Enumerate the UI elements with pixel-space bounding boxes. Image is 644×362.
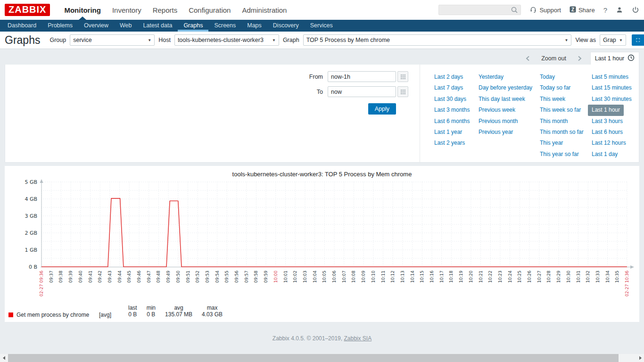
search-box xyxy=(438,5,521,15)
group-select-value: service xyxy=(73,37,145,43)
quick-range-last-7-days[interactable]: Last 7 days xyxy=(434,82,463,93)
page-title: Graphs xyxy=(5,34,40,47)
subnav-item-web[interactable]: Web xyxy=(114,20,137,32)
quick-range-last-3-hours[interactable]: Last 3 hours xyxy=(592,116,623,127)
to-label: To xyxy=(317,89,323,95)
search-input[interactable] xyxy=(438,5,521,15)
subnav-item-maps[interactable]: Maps xyxy=(241,20,267,32)
quick-range-this-month[interactable]: This month xyxy=(540,116,568,127)
from-calendar-button[interactable] xyxy=(397,71,408,82)
subnav-item-discovery[interactable]: Discovery xyxy=(267,20,305,32)
quick-range-last-12-hours[interactable]: Last 12 hours xyxy=(592,138,626,148)
from-input[interactable] xyxy=(328,71,396,82)
quick-range-previous-week[interactable]: Previous week xyxy=(479,105,515,115)
quick-range-this-year-so-far[interactable]: This year so far xyxy=(540,149,579,160)
subnav-item-services[interactable]: Services xyxy=(305,20,339,32)
svg-text:09:38: 09:38 xyxy=(58,271,63,283)
host-select[interactable]: tools-kubernetes-cluster-worker3 ▼ xyxy=(174,34,279,46)
scrollbar-thumb[interactable] xyxy=(8,354,619,362)
chart-area[interactable]: 0 B1 GB2 GB3 GB4 GB5 GB02-27 09:3609:370… xyxy=(5,179,639,304)
quick-range-last-2-days[interactable]: Last 2 days xyxy=(434,72,463,82)
svg-text:10:27: 10:27 xyxy=(537,271,542,283)
quick-range-last-5-minutes[interactable]: Last 5 minutes xyxy=(592,72,628,82)
search-icon[interactable] xyxy=(511,6,518,16)
legend-stat-last: last0 B xyxy=(124,304,142,318)
quick-range-last-3-months[interactable]: Last 3 months xyxy=(434,105,470,115)
quick-range-this-day-last-week[interactable]: This day last week xyxy=(479,94,525,105)
subnav-item-dashboard[interactable]: Dashboard xyxy=(2,20,42,32)
quick-range-last-6-months[interactable]: Last 6 months xyxy=(434,116,470,127)
quick-range-last-30-minutes[interactable]: Last 30 minutes xyxy=(592,94,632,105)
subnav-item-problems[interactable]: Problems xyxy=(42,20,78,32)
svg-text:09:57: 09:57 xyxy=(244,271,249,283)
svg-text:10:18: 10:18 xyxy=(449,271,454,283)
quick-range-this-year[interactable]: This year xyxy=(540,138,563,148)
time-back-chevron-icon[interactable] xyxy=(521,54,535,63)
svg-text:10:29: 10:29 xyxy=(556,271,561,283)
quick-range-last-1-year[interactable]: Last 1 year xyxy=(434,127,462,138)
quick-range-column-2: YesterdayDay before yesterdayThis day la… xyxy=(479,72,540,162)
footer-zabbix-sia-link[interactable]: Zabbix SIA xyxy=(344,335,372,342)
quick-range-today-so-far[interactable]: Today so far xyxy=(540,82,570,93)
user-profile-icon[interactable] xyxy=(616,6,623,14)
scroll-left-arrow-icon[interactable] xyxy=(0,354,8,362)
quick-range-last-2-years[interactable]: Last 2 years xyxy=(434,138,465,148)
quick-range-column-4: Last 5 minutesLast 15 minutesLast 30 min… xyxy=(592,72,639,162)
to-input[interactable] xyxy=(328,86,396,97)
group-select[interactable]: service ▼ xyxy=(70,34,155,46)
subnav-item-latest-data[interactable]: Latest data xyxy=(138,20,178,32)
scrollbar-track[interactable] xyxy=(8,354,636,362)
subnav-item-screens[interactable]: Screens xyxy=(208,20,241,32)
quick-range-previous-year[interactable]: Previous year xyxy=(479,127,513,138)
quick-range-this-week-so-far[interactable]: This week so far xyxy=(540,105,581,115)
chart-svg[interactable]: 0 B1 GB2 GB3 GB4 GB5 GB02-27 09:3609:370… xyxy=(5,179,639,303)
logout-power-icon[interactable] xyxy=(632,6,639,14)
main-nav-item-monitoring[interactable]: Monitoring xyxy=(58,0,106,20)
quick-range-last-1-hour[interactable]: Last 1 hour xyxy=(588,105,624,115)
quick-range-this-week[interactable]: This week xyxy=(540,94,565,105)
group-label: Group xyxy=(50,37,66,43)
main-nav-item-inventory[interactable]: Inventory xyxy=(107,0,147,20)
quick-range-previous-month[interactable]: Previous month xyxy=(479,116,518,127)
quick-range-this-month-so-far[interactable]: This month so far xyxy=(540,127,584,138)
quick-range-today[interactable]: Today xyxy=(540,72,555,82)
chevron-down-icon: ▼ xyxy=(619,38,623,42)
subnav-item-overview[interactable]: Overview xyxy=(78,20,114,32)
footer-text: Zabbix 4.0.5. © 2001–2019, xyxy=(272,335,344,342)
svg-text:09:42: 09:42 xyxy=(98,271,102,283)
subnav-item-graphs[interactable]: Graphs xyxy=(178,20,208,32)
support-link[interactable]: Support xyxy=(529,6,561,15)
to-calendar-button[interactable] xyxy=(397,86,408,97)
svg-text:10:34: 10:34 xyxy=(605,271,610,283)
svg-text:10:15: 10:15 xyxy=(420,271,424,283)
zabbix-app: ZABBIX MonitoringInventoryReportsConfigu… xyxy=(0,0,644,362)
help-icon[interactable]: ? xyxy=(603,6,607,14)
scroll-right-arrow-icon[interactable] xyxy=(636,354,644,362)
graph-select[interactable]: TOP 5 Process by Mem chrome ▼ xyxy=(303,34,572,46)
svg-text:10:30: 10:30 xyxy=(566,271,571,283)
svg-text:10:24: 10:24 xyxy=(508,271,512,283)
share-link[interactable]: Z Share xyxy=(570,6,595,14)
main-nav-item-reports[interactable]: Reports xyxy=(147,0,183,20)
quick-range-last-1-day[interactable]: Last 1 day xyxy=(592,149,618,160)
fullscreen-button[interactable]: ⛶ xyxy=(632,34,644,46)
view-as-select-value: Graph xyxy=(603,37,616,43)
quick-range-day-before-yesterday[interactable]: Day before yesterday xyxy=(479,82,532,93)
quick-range-last-30-days[interactable]: Last 30 days xyxy=(434,94,466,105)
time-forward-chevron-icon[interactable] xyxy=(573,54,586,63)
horizontal-scrollbar xyxy=(0,354,644,362)
svg-text:09:54: 09:54 xyxy=(215,271,220,283)
main-nav: MonitoringInventoryReportsConfigurationA… xyxy=(58,0,292,20)
svg-text:10:07: 10:07 xyxy=(342,271,347,283)
apply-button[interactable]: Apply xyxy=(368,103,396,115)
main-nav-item-configuration[interactable]: Configuration xyxy=(183,0,236,20)
quick-range-yesterday[interactable]: Yesterday xyxy=(479,72,504,82)
main-nav-item-administration[interactable]: Administration xyxy=(236,0,292,20)
view-as-select[interactable]: Graph ▼ xyxy=(600,34,626,46)
chart-title: tools-kubernetes-cluster-worker3: TOP 5 … xyxy=(5,170,639,179)
zoom-out-button[interactable]: Zoom out xyxy=(535,55,573,62)
zabbix-logo[interactable]: ZABBIX xyxy=(5,4,50,16)
quick-range-last-6-hours[interactable]: Last 6 hours xyxy=(592,127,623,138)
quick-range-last-15-minutes[interactable]: Last 15 minutes xyxy=(592,82,632,93)
time-range-tab[interactable]: Last 1 hour xyxy=(590,52,639,65)
